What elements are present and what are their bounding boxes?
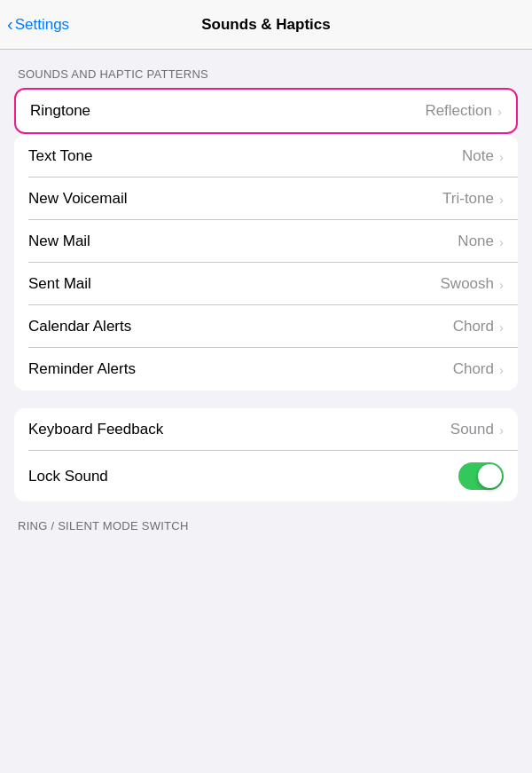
text-tone-chevron-icon: › bbox=[499, 149, 504, 164]
ringtone-card-group: Ringtone Reflection › bbox=[14, 88, 518, 134]
calendar-alerts-right: Chord › bbox=[453, 318, 504, 335]
new-mail-label: New Mail bbox=[28, 233, 90, 250]
keyboard-feedback-value: Sound bbox=[450, 421, 494, 438]
ringtone-right: Reflection › bbox=[425, 102, 502, 120]
text-tone-right: Note › bbox=[462, 147, 504, 165]
keyboard-feedback-row[interactable]: Keyboard Feedback Sound › bbox=[14, 408, 518, 451]
keyboard-feedback-label: Keyboard Feedback bbox=[28, 421, 163, 438]
ringtone-chevron-icon: › bbox=[497, 104, 502, 119]
new-mail-row[interactable]: New Mail None › bbox=[14, 220, 518, 263]
calendar-alerts-row[interactable]: Calendar Alerts Chord › bbox=[14, 305, 518, 348]
ring-silent-section-label: RING / SILENT MODE SWITCH bbox=[0, 501, 532, 540]
lock-sound-label: Lock Sound bbox=[28, 468, 108, 485]
reminder-alerts-chevron-icon: › bbox=[499, 362, 504, 377]
navigation-bar: ‹ Settings Sounds & Haptics bbox=[0, 0, 532, 50]
reminder-alerts-right: Chord › bbox=[453, 360, 504, 378]
calendar-alerts-value: Chord bbox=[453, 318, 494, 335]
ringtone-label: Ringtone bbox=[30, 102, 90, 120]
lock-sound-toggle[interactable] bbox=[458, 462, 504, 490]
sounds-card-group: Text Tone Note › New Voicemail Tri-tone … bbox=[14, 135, 518, 390]
new-voicemail-right: Tri-tone › bbox=[442, 190, 504, 208]
sent-mail-row[interactable]: Sent Mail Swoosh › bbox=[14, 263, 518, 305]
text-tone-row[interactable]: Text Tone Note › bbox=[14, 135, 518, 177]
back-label: Settings bbox=[15, 16, 69, 34]
new-voicemail-label: New Voicemail bbox=[28, 190, 128, 208]
sent-mail-value: Swoosh bbox=[441, 275, 494, 293]
lock-sound-row[interactable]: Lock Sound bbox=[14, 451, 518, 501]
text-tone-value: Note bbox=[462, 147, 494, 165]
new-voicemail-chevron-icon: › bbox=[499, 192, 504, 207]
new-mail-chevron-icon: › bbox=[499, 234, 504, 249]
new-voicemail-value: Tri-tone bbox=[442, 190, 494, 208]
reminder-alerts-value: Chord bbox=[453, 360, 494, 378]
text-tone-label: Text Tone bbox=[28, 147, 92, 165]
new-voicemail-row[interactable]: New Voicemail Tri-tone › bbox=[14, 177, 518, 220]
calendar-alerts-chevron-icon: › bbox=[499, 319, 504, 335]
new-mail-value: None bbox=[458, 233, 494, 250]
ringtone-value: Reflection bbox=[425, 102, 492, 120]
keyboard-card-group: Keyboard Feedback Sound › Lock Sound bbox=[14, 408, 518, 501]
keyboard-feedback-chevron-icon: › bbox=[499, 422, 504, 438]
new-mail-right: None › bbox=[458, 233, 504, 250]
calendar-alerts-label: Calendar Alerts bbox=[28, 318, 131, 335]
keyboard-feedback-right: Sound › bbox=[450, 421, 504, 438]
reminder-alerts-row[interactable]: Reminder Alerts Chord › bbox=[14, 348, 518, 390]
sent-mail-label: Sent Mail bbox=[28, 275, 91, 293]
toggle-thumb bbox=[478, 464, 502, 488]
reminder-alerts-label: Reminder Alerts bbox=[28, 360, 136, 378]
sounds-section-label: SOUNDS AND HAPTIC PATTERNS bbox=[0, 50, 532, 88]
back-chevron-icon: ‹ bbox=[7, 14, 13, 35]
sent-mail-chevron-icon: › bbox=[499, 277, 504, 292]
page-title: Sounds & Haptics bbox=[201, 16, 330, 34]
sent-mail-right: Swoosh › bbox=[441, 275, 504, 293]
back-button[interactable]: ‹ Settings bbox=[7, 15, 69, 35]
ringtone-row[interactable]: Ringtone Reflection › bbox=[16, 90, 516, 132]
